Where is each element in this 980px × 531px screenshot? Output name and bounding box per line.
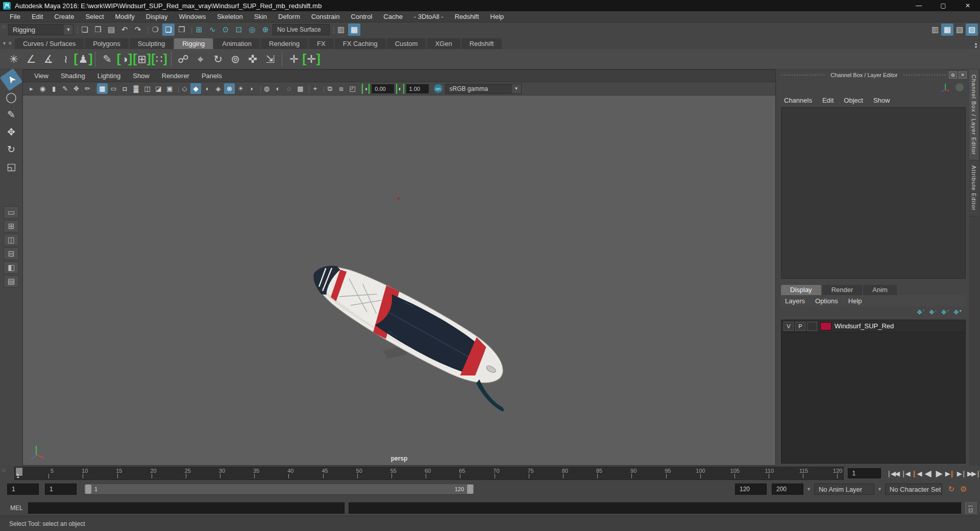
menu-set-selector[interactable]: Rigging ▼: [8, 24, 74, 35]
layer-row[interactable]: V P Windsurf_SUP_Red: [781, 320, 965, 332]
go-to-end-button[interactable]: ▶▶❘: [967, 468, 980, 479]
channel-box-menu-item[interactable]: Edit: [822, 96, 840, 104]
minimize-button[interactable]: —: [906, 0, 931, 11]
smooth-shade-icon[interactable]: ◆: [190, 83, 201, 94]
maximize-button[interactable]: ▢: [931, 0, 955, 11]
channel-box-menu-item[interactable]: Show: [873, 96, 896, 104]
shelf-menu-icon[interactable]: ▾: [3, 40, 6, 46]
chevron-down-icon[interactable]: ▼: [64, 25, 73, 35]
shadows-icon[interactable]: ◗: [247, 83, 257, 94]
menu-item[interactable]: Control: [345, 11, 378, 22]
input-connections-icon[interactable]: ▥: [335, 23, 347, 36]
contrast-icon[interactable]: ◐: [396, 84, 404, 94]
drag-grip[interactable]: ⠿⠿: [2, 25, 6, 35]
shelf-tab-redshift[interactable]: Redshift: [461, 38, 502, 49]
menu-item[interactable]: File: [4, 11, 26, 22]
live-surface-field[interactable]: No Live Surface: [273, 24, 330, 35]
joint-tool-icon[interactable]: ✳: [5, 51, 22, 68]
go-to-start-button[interactable]: ❘◀◀: [886, 468, 899, 479]
paint-select-tool-icon[interactable]: ✎: [3, 106, 19, 123]
menu-item[interactable]: Create: [48, 11, 80, 22]
ipr-render-icon[interactable]: ▧: [953, 23, 966, 36]
step-forward-key-button[interactable]: ▶❙: [945, 468, 955, 479]
bind-skin-icon[interactable]: ◑: [116, 51, 133, 68]
move-layer-down-icon[interactable]: ❖↓: [929, 308, 937, 316]
move-tool-icon[interactable]: ✥: [3, 124, 19, 140]
playback-loop-icon[interactable]: ↻: [945, 483, 958, 495]
pole-vector-icon[interactable]: ✜: [244, 51, 261, 68]
gate-mask-icon[interactable]: ▓: [131, 83, 141, 94]
viewport-menu-item[interactable]: View: [28, 72, 55, 80]
layer-menu-item[interactable]: Help: [848, 297, 868, 305]
select-hierarchy-icon[interactable]: ❍: [149, 23, 161, 36]
cluster-icon[interactable]: ∷: [151, 51, 168, 68]
occlusion-icon[interactable]: ▩: [295, 83, 306, 94]
layer-menu-item[interactable]: Layers: [785, 297, 811, 305]
menu-item[interactable]: Display: [140, 11, 174, 22]
bounding-box-icon[interactable]: ◈: [213, 83, 224, 94]
humanik-icon[interactable]: ♟: [75, 51, 92, 68]
channel-box-menu-item[interactable]: Object: [844, 96, 869, 104]
close-button[interactable]: ✕: [955, 0, 980, 11]
pan-zoom-icon[interactable]: ✥: [71, 83, 82, 94]
xray-icon[interactable]: ⧉: [325, 83, 335, 94]
output-connections-icon[interactable]: ▦: [348, 23, 360, 36]
layout-two-pane-button[interactable]: ◫: [4, 234, 19, 246]
open-scene-icon[interactable]: ❒: [92, 23, 104, 36]
menu-item[interactable]: - 3DtoAll -: [408, 11, 449, 22]
range-end-handle[interactable]: [467, 485, 473, 494]
gamma-field[interactable]: 1.00: [406, 84, 429, 93]
menu-item[interactable]: Windows: [173, 11, 211, 22]
layout-three-pane-button[interactable]: ◧: [4, 261, 19, 274]
resolution-gate-icon[interactable]: ◘: [119, 83, 130, 94]
layer-menu-item[interactable]: Options: [815, 297, 844, 305]
timeline-ruler[interactable]: 1 51015202530354045505560657075808590951…: [14, 467, 844, 480]
menu-item[interactable]: Help: [484, 11, 509, 22]
mel-label[interactable]: MEL: [10, 504, 23, 512]
snap-grid-icon[interactable]: ⊞: [193, 23, 205, 36]
chevron-down-icon[interactable]: ▼: [806, 487, 811, 492]
animation-preferences-icon[interactable]: ⚙: [958, 483, 970, 495]
image-plane-icon[interactable]: ✎: [60, 83, 70, 94]
step-back-key-button[interactable]: ❙◀: [911, 468, 921, 479]
menu-item[interactable]: Select: [80, 11, 109, 22]
menu-item[interactable]: Redshift: [449, 11, 485, 22]
select-component-icon[interactable]: ❒: [176, 23, 188, 36]
playback-end-field[interactable]: 120: [735, 484, 767, 495]
shelf-tab-sculpting[interactable]: Sculpting: [130, 38, 173, 49]
animation-end-field[interactable]: 200: [772, 484, 803, 495]
command-input[interactable]: [28, 502, 345, 514]
select-tool-icon[interactable]: ➤: [0, 68, 22, 91]
windsurf-board-model[interactable]: [23, 95, 775, 465]
new-scene-icon[interactable]: ❏: [79, 23, 91, 36]
tab-anim[interactable]: Anim: [863, 285, 897, 295]
flat-shade-icon[interactable]: ◖: [202, 83, 212, 94]
shelf-tab-custom[interactable]: Custom: [387, 38, 426, 49]
make-live-icon[interactable]: ◎: [246, 23, 258, 36]
locator-icon[interactable]: ✛: [285, 51, 303, 68]
safe-action-icon[interactable]: ◪: [153, 83, 164, 94]
locator-link-icon[interactable]: ✛: [303, 51, 320, 68]
sidebar-tab-channel-box[interactable]: Channel Box / Layer Editor: [969, 69, 978, 160]
camera-attributes-icon[interactable]: ◉: [37, 83, 48, 94]
shelf-list-icon[interactable]: ≡: [9, 40, 12, 46]
shelf-tab-fx[interactable]: FX: [309, 38, 334, 49]
xray-joints-icon[interactable]: ⧈: [336, 83, 347, 94]
undo-icon[interactable]: ↶: [118, 23, 131, 36]
viewport-canvas[interactable]: persp: [23, 95, 775, 465]
ambient-light-icon[interactable]: ◐: [273, 83, 283, 94]
scale-tool-icon[interactable]: ◱: [3, 158, 19, 175]
layout-stacked-pane-button[interactable]: ⊟: [4, 248, 19, 260]
layer-visibility-toggle[interactable]: V: [783, 322, 794, 331]
speed-state-icon[interactable]: [955, 83, 964, 91]
script-editor-icon[interactable]: ▪▪▪ {;}: [965, 502, 976, 514]
drag-grip[interactable]: ⠿⠿: [2, 468, 6, 478]
ik-spline-icon[interactable]: ∡: [40, 51, 57, 68]
sidebar-tab-attribute-editor[interactable]: Attribute Editor: [969, 160, 978, 216]
range-start-handle[interactable]: [85, 485, 91, 494]
viewport-menu-item[interactable]: Show: [127, 72, 156, 80]
isolate-select-icon[interactable]: ⌖: [310, 83, 321, 94]
view-transform-selector[interactable]: sRGB gamma ▼: [445, 84, 522, 94]
point-constraint-icon[interactable]: ⌖: [192, 51, 209, 68]
field-chart-icon[interactable]: ◫: [142, 83, 153, 94]
